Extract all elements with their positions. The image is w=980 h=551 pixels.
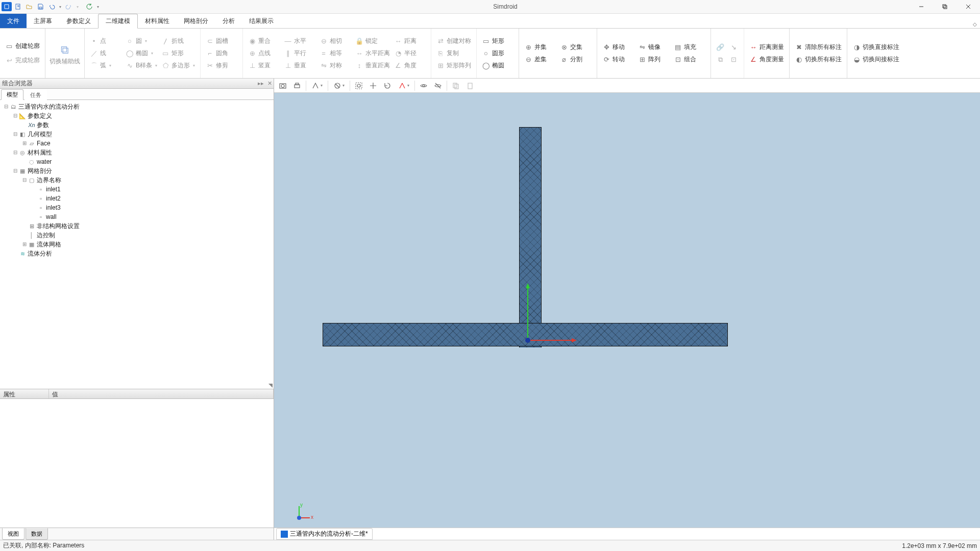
browser-tab-task[interactable]: 任务 xyxy=(24,90,47,100)
bspline-button[interactable]: ∿B样条▾ xyxy=(124,60,159,72)
fillet-button[interactable]: ⌐圆角 xyxy=(204,47,239,60)
save-icon[interactable] xyxy=(35,2,45,11)
intersect-button[interactable]: ⊗交集 xyxy=(558,41,594,54)
tree-inlet3[interactable]: inlet3 xyxy=(46,203,61,212)
vdist-button[interactable]: ↕垂直距离 xyxy=(353,60,392,72)
browser-tab-model[interactable]: 模型 xyxy=(1,89,23,100)
model-tree[interactable]: ⊟🗂三通管内水的流动分析 ⊟📐参数定义 Xn参数 ⊟◧几何模型 ⊞▱Face ⊟… xyxy=(0,100,274,389)
tree-unstruct[interactable]: 非结构网格设置 xyxy=(37,221,80,231)
hide-icon[interactable] xyxy=(431,80,445,92)
lock-button[interactable]: 🔒锁定 xyxy=(353,35,392,47)
tree-scroll-icon[interactable] xyxy=(268,384,273,388)
circle-button[interactable]: ○圆▾ xyxy=(124,35,159,47)
polyline-button[interactable]: 〳折线 xyxy=(159,35,197,47)
link1-button[interactable]: 🔗 xyxy=(714,41,727,54)
toggleall-button[interactable]: ◐切换所有标注 xyxy=(793,54,844,66)
mirror-button[interactable]: ⇋镜像 xyxy=(636,41,672,54)
rect-button[interactable]: ▭矩形 xyxy=(159,47,197,60)
ribbon-collapse-icon[interactable]: ◇ xyxy=(970,14,980,28)
angle-button[interactable]: ∠角度 xyxy=(392,60,428,72)
link4-button[interactable]: ⊡ xyxy=(727,54,741,66)
toggle-aux-button[interactable]: ⧉切换辅助线 xyxy=(48,32,81,75)
slot-button[interactable]: ⊂圆槽 xyxy=(204,35,239,47)
paste-icon[interactable] xyxy=(463,80,477,92)
radius-button[interactable]: ◔半径 xyxy=(392,47,428,60)
perp-button[interactable]: ⊥垂直 xyxy=(282,60,317,72)
minimize-button[interactable] xyxy=(910,0,933,14)
zoomfit-icon[interactable] xyxy=(352,80,365,92)
show-icon[interactable] xyxy=(417,80,430,92)
new-file-icon[interactable] xyxy=(13,2,23,11)
tree-edgectrl[interactable]: 边控制 xyxy=(37,231,55,240)
line-button[interactable]: ／线 xyxy=(88,47,124,60)
clearall-button[interactable]: ✖清除所有标注 xyxy=(793,41,844,54)
tree-fluidan[interactable]: 流体分析 xyxy=(28,249,52,258)
menu-tab-home[interactable]: 主屏幕 xyxy=(27,14,59,28)
bottom-tab-data[interactable]: 数据 xyxy=(26,528,48,540)
redo-dd-icon[interactable]: ▾ xyxy=(75,2,80,11)
trim-button[interactable]: ✂修剪 xyxy=(204,60,239,72)
style-dd-icon[interactable]: ▾ xyxy=(330,80,348,92)
ellipse-button[interactable]: ◯椭圆▾ xyxy=(124,47,159,60)
panel-close-icon[interactable]: ✕ xyxy=(265,80,274,88)
tree-water[interactable]: water xyxy=(37,157,52,166)
angmeas-button[interactable]: ∠角度测量 xyxy=(747,54,786,66)
hdist-button[interactable]: ↔水平距离 xyxy=(353,47,392,60)
tree-material[interactable]: 材料属性 xyxy=(28,148,52,157)
tree-mesh[interactable]: 网格剖分 xyxy=(28,166,52,176)
tree-face[interactable]: Face xyxy=(37,139,51,148)
toggledir-button[interactable]: ◑切换直接标注 xyxy=(850,41,901,54)
tangent-button[interactable]: ⊖相切 xyxy=(317,35,353,47)
rotate-button[interactable]: ⟳转动 xyxy=(600,54,636,66)
menu-tab-2dmodel[interactable]: 二维建模 xyxy=(98,14,138,29)
split-button[interactable]: ⌀分割 xyxy=(558,54,594,66)
tree-wall[interactable]: wall xyxy=(46,212,57,221)
vert-button[interactable]: ⊥竖直 xyxy=(246,60,282,72)
diff-button[interactable]: ⊖差集 xyxy=(522,54,558,66)
3d-canvas[interactable]: yx xyxy=(274,93,980,528)
createsym-button[interactable]: ⇄创建对称 xyxy=(434,35,473,47)
tree-paramdef[interactable]: 参数定义 xyxy=(28,111,52,120)
menu-tab-mesh[interactable]: 网格剖分 xyxy=(177,14,215,28)
dist-button[interactable]: ↔距离 xyxy=(392,35,428,47)
array-button[interactable]: ⊞阵列 xyxy=(636,54,672,66)
tree-geom[interactable]: 几何模型 xyxy=(28,130,52,139)
equal-button[interactable]: =相等 xyxy=(317,47,353,60)
menu-tab-material[interactable]: 材料属性 xyxy=(138,14,177,28)
fill-button[interactable]: ▤填充 xyxy=(672,41,707,54)
ptline-button[interactable]: ⊕点线 xyxy=(246,47,282,60)
coinc-button[interactable]: ◉重合 xyxy=(246,35,282,47)
axis-dd-icon[interactable]: ▾ xyxy=(395,80,412,92)
tree-root[interactable]: 三通管内水的流动分析 xyxy=(18,102,80,111)
tree-bnd[interactable]: 边界名称 xyxy=(37,176,61,185)
link3-button[interactable]: ↘ xyxy=(727,41,741,54)
pan-icon[interactable] xyxy=(366,80,380,92)
distmeas-button[interactable]: ↔距离测量 xyxy=(747,41,786,54)
parallel-button[interactable]: ∥平行 xyxy=(282,47,317,60)
qat-customize-icon[interactable]: ▾ xyxy=(95,2,101,11)
group-button[interactable]: ⊡组合 xyxy=(672,54,707,66)
snapshot-icon[interactable] xyxy=(276,80,289,92)
circshape-button[interactable]: ○圆形 xyxy=(480,47,516,60)
point-button[interactable]: •点 xyxy=(88,35,124,47)
move-button[interactable]: ✥移动 xyxy=(600,41,636,54)
ellshape-button[interactable]: ◯椭圆 xyxy=(480,60,516,72)
tree-inlet1[interactable]: inlet1 xyxy=(46,185,61,194)
undo-icon[interactable] xyxy=(46,2,57,11)
tree-params[interactable]: 参数 xyxy=(37,120,49,130)
sym-button[interactable]: ⇋对称 xyxy=(317,60,353,72)
copy-button[interactable]: ⎘复制 xyxy=(434,47,473,60)
finish-profile-button[interactable]: ↩完成轮廓 xyxy=(3,55,42,67)
close-button[interactable] xyxy=(957,0,980,14)
arc-button[interactable]: ⌒弧▾ xyxy=(88,60,124,72)
rotate-icon[interactable] xyxy=(381,80,394,92)
union-button[interactable]: ⊕并集 xyxy=(522,41,558,54)
rectarr-button[interactable]: ⊞矩形阵列 xyxy=(434,60,473,72)
orient-dd-icon[interactable]: ▾ xyxy=(308,80,326,92)
tree-fluidmesh[interactable]: 流体网格 xyxy=(37,240,61,249)
create-profile-button[interactable]: ▭创建轮廓 xyxy=(3,40,42,53)
panel-prev-icon[interactable]: ▸▸ xyxy=(257,80,265,88)
document-tab[interactable]: 三通管内水的流动分析-二维* xyxy=(276,528,373,540)
tree-inlet2[interactable]: inlet2 xyxy=(46,194,61,203)
horiz-button[interactable]: —水平 xyxy=(282,35,317,47)
